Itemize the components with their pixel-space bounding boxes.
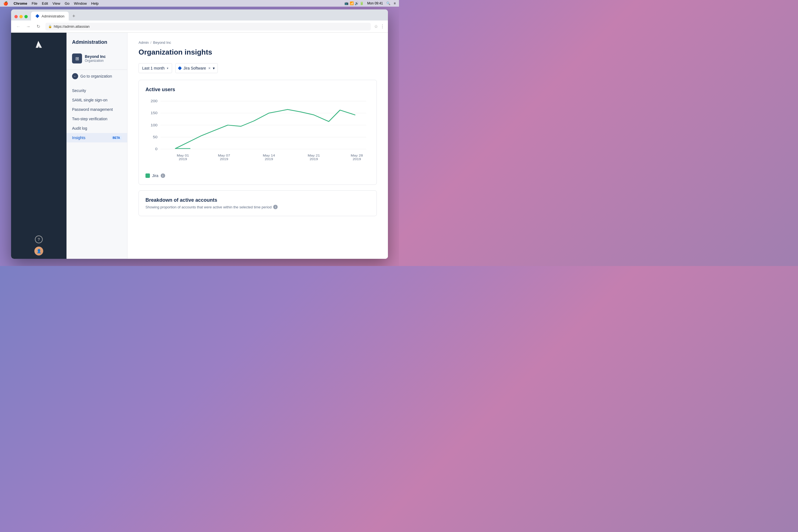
product-dot-icon [178,66,182,70]
svg-text:150: 150 [150,111,157,115]
active-users-chart-card: Active users 200 150 100 50 [138,80,377,185]
svg-text:2019: 2019 [353,158,361,161]
page-content: ? 👤 Administration ⊞ Beyond Inc Organiza… [11,33,388,259]
time-filter-dropdown[interactable]: Last 1 month ▾ [138,63,172,73]
org-item: ⊞ Beyond Inc Organization [66,51,127,66]
menu-help[interactable]: Help [91,1,99,5]
nav-item-password[interactable]: Password management [66,105,127,114]
breadcrumb-org[interactable]: Beyond Inc [153,40,171,44]
sidebar: ? 👤 [11,33,66,259]
lock-icon: 🔒 [48,25,52,28]
clock: Mon 09:41 [367,1,383,5]
address-bar: ← → ↻ 🔒 https://admin.atlassian ☆ ⋮ [11,20,388,33]
breadcrumb-separator: / [150,40,152,44]
chart-title: Active users [146,87,370,93]
beta-badge: BETA [111,136,122,140]
atlassian-logo[interactable] [34,39,44,49]
svg-text:May 01: May 01 [177,154,189,157]
breadcrumb: Admin / Beyond Inc [138,40,377,44]
reload-button[interactable]: ↻ [34,23,42,31]
svg-text:May 21: May 21 [307,154,320,157]
more-icon[interactable]: ⋮ [380,24,385,29]
nav-panel: Administration ⊞ Beyond Inc Organization… [66,33,128,259]
nav-item-twostep[interactable]: Two-step verification [66,114,127,124]
goto-icon: ← [72,73,78,79]
menu-window[interactable]: Window [74,1,87,5]
active-tab[interactable]: Administration [31,12,69,20]
menu-go[interactable]: Go [64,1,69,5]
breakdown-subtitle: Showing proportion of accounts that were… [146,205,370,209]
nav-item-audit[interactable]: Audit log [66,124,127,133]
tab-favicon [36,14,39,18]
svg-text:50: 50 [153,135,158,139]
menu-file[interactable]: File [32,1,37,5]
system-icons: 📺 📶 🔊 🔋 [344,1,364,5]
goto-label: Go to organization [80,74,112,78]
svg-text:2019: 2019 [179,158,187,161]
legend-info-icon[interactable]: i [161,173,165,178]
org-name: Beyond Inc [85,54,106,59]
help-button[interactable]: ? [35,235,43,243]
menu-view[interactable]: View [52,1,60,5]
menu-edit[interactable]: Edit [42,1,48,5]
org-info: Beyond Inc Organization [85,54,106,63]
breakdown-info-icon[interactable]: i [273,205,278,209]
back-button[interactable]: ← [14,23,22,31]
org-icon: ⊞ [72,54,82,63]
menu-bar: 🍎 Chrome File Edit View Go Window Help 📺… [0,0,399,7]
apple-menu[interactable]: 🍎 [3,1,8,5]
browser-window: Administration + ← → ↻ 🔒 https://admin.a… [11,10,388,259]
search-icon[interactable]: 🔍 [386,1,391,5]
svg-text:0: 0 [155,147,157,151]
chart-legend: Jira i [146,173,370,178]
breadcrumb-admin[interactable]: Admin [138,40,149,44]
breakdown-card: Breakdown of active accounts Showing pro… [138,190,377,216]
product-filter-chevron: ▾ [213,66,215,70]
legend-color-dot [146,173,150,178]
svg-text:2019: 2019 [310,158,318,161]
filter-bar: Last 1 month ▾ Jira Software × ▾ [138,63,377,73]
tab-bar: Administration + [11,10,388,20]
breakdown-title: Breakdown of active accounts [146,197,370,203]
product-filter-clear[interactable]: × [208,66,211,70]
url-bar[interactable]: 🔒 https://admin.atlassian [45,23,371,31]
org-type: Organization [85,59,106,63]
nav-item-security[interactable]: Security [66,86,127,95]
close-button[interactable] [14,15,18,18]
bookmark-icon[interactable]: ☆ [374,24,378,29]
svg-text:200: 200 [150,99,157,103]
nav-item-saml[interactable]: SAML single sign-on [66,95,127,105]
chart-area: 200 150 100 50 0 May 01 2019 May 07 [146,98,370,170]
nav-item-insights[interactable]: Insights BETA [66,133,127,142]
goto-org-link[interactable]: ← Go to organization [66,70,127,81]
nav-items-list: Security SAML single sign-on Password ma… [66,86,127,142]
main-content: Admin / Beyond Inc Organization insights… [128,33,388,259]
product-filter-dropdown[interactable]: Jira Software × ▾ [175,63,218,73]
svg-text:2019: 2019 [265,158,273,161]
svg-text:May 28: May 28 [351,154,363,157]
product-filter-label: Jira Software [184,66,206,70]
url-text: https://admin.atlassian [54,24,90,28]
app-name[interactable]: Chrome [14,1,27,5]
user-avatar[interactable]: 👤 [34,247,43,255]
forward-button[interactable]: → [24,23,32,31]
new-tab-button[interactable]: + [70,12,78,20]
minimize-button[interactable] [19,15,23,18]
nav-panel-title: Administration [66,39,127,45]
chart-svg: 200 150 100 50 0 May 01 2019 May 07 [146,98,370,170]
svg-text:100: 100 [150,123,157,127]
tab-title: Administration [41,14,64,18]
svg-text:May 07: May 07 [218,154,230,157]
page-title: Organization insights [138,48,377,57]
svg-text:2019: 2019 [220,158,228,161]
time-filter-chevron: ▾ [167,66,169,70]
control-center-icon[interactable]: ≡ [394,1,396,5]
svg-text:May 14: May 14 [263,154,275,157]
time-filter-label: Last 1 month [142,66,165,70]
legend-label: Jira [152,173,158,178]
traffic-lights [14,15,28,20]
fullscreen-button[interactable] [24,15,28,18]
